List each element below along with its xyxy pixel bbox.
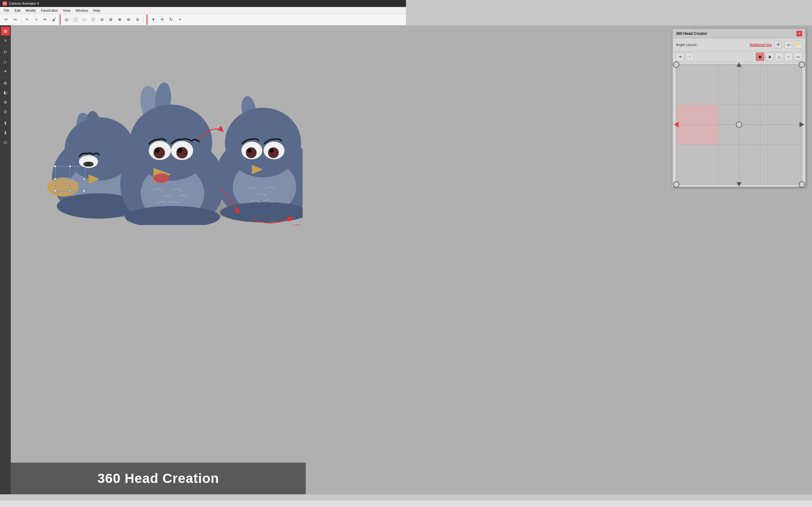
bird-center [120, 82, 225, 225]
poly-tool[interactable]: ⬡ [89, 15, 97, 24]
svg-point-35 [247, 148, 252, 153]
svg-point-31 [268, 147, 279, 158]
rotate-tool[interactable]: ↻ [167, 15, 175, 24]
toolbar-red-separator [60, 14, 61, 25]
left-sidebar: ⊞ ≡ P ▷ ✦ ⊕ ◐ ⊗ ⊘ ⬆ ⬇ ⊙ [0, 25, 11, 253]
sidebar-deform[interactable]: ⊗ [1, 98, 10, 107]
svg-rect-40 [83, 165, 85, 167]
svg-point-34 [246, 147, 257, 158]
svg-point-48 [69, 178, 71, 180]
magic-tool[interactable]: ⊛ [107, 15, 115, 24]
menu-view[interactable]: View [60, 8, 73, 13]
rect-tool[interactable]: ⬜ [71, 15, 79, 24]
title-bar: CA Cartoon Animator 4 [0, 0, 406, 7]
sidebar-timeline[interactable]: ≡ [1, 36, 10, 45]
toolbar-separator-1 [21, 16, 21, 23]
puppet-tool[interactable]: ⊝ [133, 15, 142, 24]
svg-rect-43 [54, 190, 56, 192]
sidebar-puppet[interactable]: ✦ [1, 67, 10, 76]
sidebar-import[interactable]: ⬇ [1, 128, 10, 137]
crop-tool[interactable]: ⊕ [115, 15, 124, 24]
app-title: Cartoon Animator 4 [9, 2, 39, 5]
lasso-tool[interactable]: ⊘ [98, 15, 106, 24]
svg-point-28 [225, 108, 301, 177]
move-tool[interactable]: ✛ [158, 15, 166, 24]
svg-point-17 [154, 173, 169, 183]
sidebar-motion[interactable]: ▷ [1, 57, 10, 66]
svg-point-22 [154, 147, 165, 158]
main-toolbar: ↩ ↪ ↖ ⊹ ✏ 🖌 ◎ ⬜ ⬭ ⬡ ⊘ ⊛ ⊕ ⊜ ⊝ ✦ ✛ ↻ ⌖ [0, 14, 406, 25]
bird-right [215, 95, 303, 222]
sidebar-sep-3 [2, 117, 9, 118]
sidebar-psd[interactable]: P [1, 48, 10, 57]
svg-point-32 [269, 148, 274, 153]
menu-help[interactable]: Help [90, 8, 103, 13]
svg-rect-38 [54, 165, 56, 167]
canvas-area: 360 Head Creation 360 Head Creator ✕ Ang… [11, 25, 406, 253]
undo-button[interactable]: ↩ [2, 15, 10, 24]
sidebar-spring[interactable]: ⊘ [1, 107, 10, 116]
anchor-tool[interactable]: ⌖ [176, 15, 184, 24]
menu-file[interactable]: File [1, 8, 12, 13]
transform-tool[interactable]: ⊹ [32, 15, 40, 24]
menu-bar: File Edit Modify FaceEditor View Window … [0, 7, 406, 14]
menu-modify[interactable]: Modify [23, 8, 38, 13]
bird-scene: 360 Head Creation [11, 25, 306, 253]
sidebar-mask[interactable]: ◐ [1, 88, 10, 97]
menu-faceeditor[interactable]: FaceEditor [38, 8, 60, 13]
sidebar-sep-2 [2, 77, 9, 77]
shape-tool[interactable]: ◎ [62, 15, 70, 24]
app-icon: CA [3, 1, 7, 6]
svg-rect-45 [83, 190, 85, 192]
redo-button[interactable]: ↪ [11, 15, 19, 24]
menu-edit[interactable]: Edit [12, 8, 23, 13]
menu-window[interactable]: Window [73, 8, 90, 13]
select-tool[interactable]: ↖ [23, 15, 32, 24]
sidebar-sep-1 [2, 46, 9, 47]
bone-tool[interactable]: ✦ [149, 15, 157, 24]
svg-point-15 [130, 105, 212, 181]
sidebar-rig[interactable]: ⊙ [1, 138, 10, 147]
bird-illustration [30, 41, 303, 225]
sidebar-export[interactable]: ⬆ [1, 119, 10, 128]
svg-point-23 [155, 148, 160, 153]
sidebar-layer[interactable]: ⊕ [1, 78, 10, 88]
draw-tool[interactable]: ✏ [41, 15, 49, 24]
sidebar-scene[interactable]: ⊞ [1, 26, 10, 36]
oval-tool[interactable]: ⬭ [80, 15, 88, 24]
svg-point-20 [177, 148, 183, 153]
toolbar-separator-2 [143, 16, 144, 23]
paint-tool[interactable]: 🖌 [50, 15, 58, 24]
fill-tool[interactable]: ⊜ [124, 15, 133, 24]
toolbar-red-separator-2 [147, 14, 148, 25]
